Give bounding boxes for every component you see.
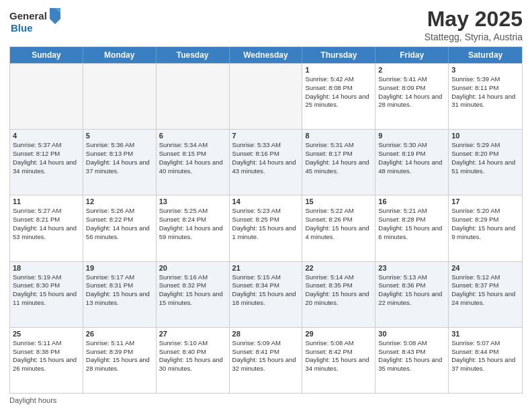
sunset-text: Sunset: 8:21 PM: [13, 216, 80, 224]
calendar-day-header: Friday: [375, 47, 449, 63]
daylight-text: Daylight: 15 hours and 22 minutes.: [378, 290, 445, 308]
daylight-text: Daylight: 14 hours and 40 minutes.: [159, 158, 226, 176]
daylight-text: Daylight: 15 hours and 6 minutes.: [378, 224, 445, 242]
day-number: 22: [305, 264, 372, 272]
sunset-text: Sunset: 8:39 PM: [86, 348, 153, 357]
sunrise-text: Sunrise: 5:42 AM: [305, 75, 372, 84]
sunrise-text: Sunrise: 5:39 AM: [451, 75, 519, 84]
sunset-text: Sunset: 8:26 PM: [305, 216, 372, 224]
sunset-text: Sunset: 8:22 PM: [86, 216, 153, 224]
sunset-text: Sunset: 8:42 PM: [305, 348, 372, 357]
calendar-day-header: Sunday: [10, 47, 83, 63]
calendar-day-cell: 8Sunrise: 5:31 AMSunset: 8:17 PMDaylight…: [302, 130, 375, 195]
calendar-day-cell: 4Sunrise: 5:37 AMSunset: 8:12 PMDaylight…: [10, 130, 83, 195]
sunset-text: Sunset: 8:36 PM: [378, 281, 445, 290]
sunrise-text: Sunrise: 5:29 AM: [451, 141, 519, 150]
day-number: 7: [232, 132, 300, 140]
calendar-day-cell: 18Sunrise: 5:19 AMSunset: 8:30 PMDayligh…: [10, 262, 83, 327]
calendar-day-cell: 25Sunrise: 5:11 AMSunset: 8:38 PMDayligh…: [10, 328, 83, 393]
day-number: 14: [232, 197, 300, 205]
sunrise-text: Sunrise: 5:10 AM: [159, 339, 226, 348]
calendar-day-cell: 11Sunrise: 5:27 AMSunset: 8:21 PMDayligh…: [10, 195, 83, 261]
day-number: 4: [13, 132, 80, 140]
day-number: 13: [159, 197, 226, 205]
day-number: 10: [451, 132, 519, 140]
sunset-text: Sunset: 8:44 PM: [451, 348, 519, 357]
calendar-week-row: 25Sunrise: 5:11 AMSunset: 8:38 PMDayligh…: [10, 327, 522, 393]
daylight-text: Daylight: 15 hours and 9 minutes.: [451, 224, 519, 242]
header: General Blue May 2025 Stattegg, Styria, …: [9, 7, 523, 42]
daylight-text: Daylight: 15 hours and 18 minutes.: [232, 290, 300, 308]
calendar-body: 1Sunrise: 5:42 AMSunset: 8:08 PMDaylight…: [10, 63, 522, 393]
calendar-day-cell: 5Sunrise: 5:36 AMSunset: 8:13 PMDaylight…: [83, 130, 157, 195]
calendar-day-cell: 24Sunrise: 5:12 AMSunset: 8:37 PMDayligh…: [449, 262, 522, 327]
calendar-day-cell: 27Sunrise: 5:10 AMSunset: 8:40 PMDayligh…: [157, 328, 230, 393]
calendar-day-header: Thursday: [302, 47, 375, 63]
sunrise-text: Sunrise: 5:22 AM: [305, 207, 372, 216]
sunset-text: Sunset: 8:09 PM: [378, 84, 445, 93]
logo-blue: Blue: [11, 23, 33, 34]
sunset-text: Sunset: 8:41 PM: [232, 348, 300, 357]
page: General Blue May 2025 Stattegg, Styria, …: [0, 0, 532, 411]
day-number: 26: [86, 330, 153, 338]
sunrise-text: Sunrise: 5:12 AM: [451, 273, 519, 282]
calendar-day-cell: 2Sunrise: 5:41 AMSunset: 8:09 PMDaylight…: [375, 64, 449, 129]
calendar-day-cell: 13Sunrise: 5:25 AMSunset: 8:24 PMDayligh…: [157, 195, 230, 261]
calendar-week-row: 4Sunrise: 5:37 AMSunset: 8:12 PMDaylight…: [10, 129, 522, 195]
sunrise-text: Sunrise: 5:37 AM: [13, 141, 80, 150]
calendar-day-cell: 19Sunrise: 5:17 AMSunset: 8:31 PMDayligh…: [83, 262, 157, 327]
day-number: 27: [159, 330, 226, 338]
daylight-text: Daylight: 15 hours and 35 minutes.: [378, 356, 445, 373]
daylight-text: Daylight: 14 hours and 53 minutes.: [13, 224, 80, 242]
sunset-text: Sunset: 8:15 PM: [159, 150, 226, 158]
sunrise-text: Sunrise: 5:21 AM: [378, 207, 445, 216]
sunset-text: Sunset: 8:40 PM: [159, 348, 226, 357]
calendar-day-header: Monday: [83, 47, 157, 63]
sunset-text: Sunset: 8:31 PM: [86, 281, 153, 290]
calendar-day-cell: 17Sunrise: 5:20 AMSunset: 8:29 PMDayligh…: [449, 195, 522, 261]
sunset-text: Sunset: 8:29 PM: [451, 216, 519, 224]
daylight-text: Daylight: 15 hours and 15 minutes.: [159, 290, 226, 308]
sunset-text: Sunset: 8:13 PM: [86, 150, 153, 158]
day-number: 18: [13, 264, 80, 272]
sunset-text: Sunset: 8:24 PM: [159, 216, 226, 224]
calendar-day-cell: 14Sunrise: 5:23 AMSunset: 8:25 PMDayligh…: [230, 195, 303, 261]
day-number: 20: [159, 264, 226, 272]
calendar-day-cell: 12Sunrise: 5:26 AMSunset: 8:22 PMDayligh…: [83, 195, 157, 261]
day-number: 5: [86, 132, 153, 140]
sunrise-text: Sunrise: 5:36 AM: [86, 141, 153, 150]
daylight-text: Daylight: 15 hours and 20 minutes.: [305, 290, 372, 308]
logo-general: General: [9, 11, 47, 22]
calendar-day-cell: 28Sunrise: 5:09 AMSunset: 8:41 PMDayligh…: [230, 328, 303, 393]
daylight-text: Daylight: 14 hours and 37 minutes.: [86, 158, 153, 176]
day-number: 2: [378, 66, 445, 74]
footer-note: Daylight hours: [9, 396, 523, 404]
sunset-text: Sunset: 8:17 PM: [305, 150, 372, 158]
sunrise-text: Sunrise: 5:15 AM: [232, 273, 300, 282]
calendar-day-cell: 22Sunrise: 5:14 AMSunset: 8:35 PMDayligh…: [302, 262, 375, 327]
calendar-day-cell: 3Sunrise: 5:39 AMSunset: 8:11 PMDaylight…: [449, 64, 522, 129]
calendar-day-cell: [83, 64, 157, 129]
calendar-week-row: 18Sunrise: 5:19 AMSunset: 8:30 PMDayligh…: [10, 261, 522, 327]
sunrise-text: Sunrise: 5:14 AM: [305, 273, 372, 282]
sunset-text: Sunset: 8:35 PM: [305, 281, 372, 290]
day-number: 19: [86, 264, 153, 272]
daylight-text: Daylight: 15 hours and 37 minutes.: [451, 356, 519, 373]
daylight-text: Daylight: 15 hours and 32 minutes.: [232, 356, 300, 373]
sunrise-text: Sunrise: 5:30 AM: [378, 141, 445, 150]
sunrise-text: Sunrise: 5:13 AM: [378, 273, 445, 282]
calendar-day-cell: 15Sunrise: 5:22 AMSunset: 8:26 PMDayligh…: [302, 195, 375, 261]
daylight-text: Daylight: 14 hours and 51 minutes.: [451, 158, 519, 176]
daylight-text: Daylight: 14 hours and 25 minutes.: [305, 93, 372, 110]
calendar-day-header: Wednesday: [230, 47, 303, 63]
day-number: 12: [86, 197, 153, 205]
calendar-day-cell: 7Sunrise: 5:33 AMSunset: 8:16 PMDaylight…: [230, 130, 303, 195]
sunset-text: Sunset: 8:28 PM: [378, 216, 445, 224]
day-number: 15: [305, 197, 372, 205]
calendar-week-row: 11Sunrise: 5:27 AMSunset: 8:21 PMDayligh…: [10, 195, 522, 261]
sunrise-text: Sunrise: 5:41 AM: [378, 75, 445, 84]
calendar: SundayMondayTuesdayWednesdayThursdayFrid…: [9, 46, 523, 394]
sunset-text: Sunset: 8:11 PM: [451, 84, 519, 93]
sunrise-text: Sunrise: 5:27 AM: [13, 207, 80, 216]
calendar-week-row: 1Sunrise: 5:42 AMSunset: 8:08 PMDaylight…: [10, 63, 522, 129]
